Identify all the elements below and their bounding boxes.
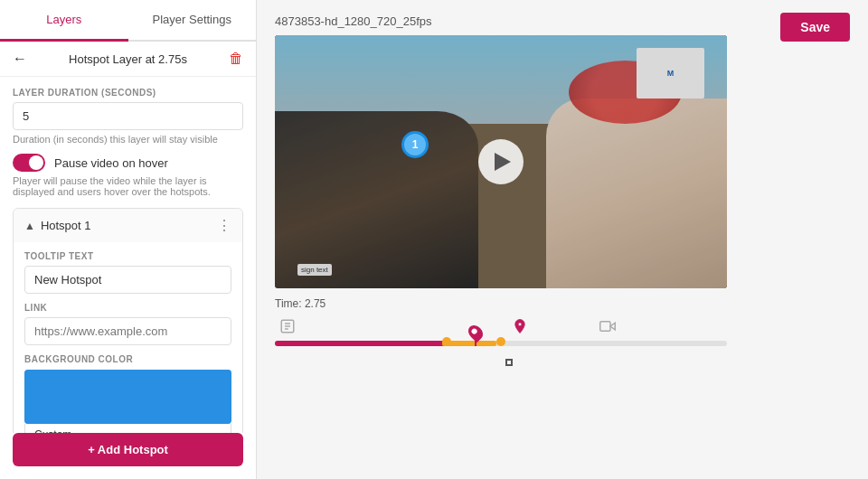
tab-player-settings[interactable]: Player Settings: [128, 0, 257, 42]
right-panel: Save 4873853-hd_1280_720_25fps M sign te…: [257, 0, 868, 479]
hotspot-header-left: ▲ Hotspot 1: [24, 219, 91, 232]
hotspot-body: TOOLTIP TEXT LINK BACKGROUND COLOR Custo…: [14, 242, 242, 433]
panel-content: LAYER DURATION (SECONDS) Duration (in se…: [0, 77, 256, 433]
hotspot-header[interactable]: ▲ Hotspot 1 ⋮: [14, 209, 242, 242]
timeline-icons-row: [275, 315, 727, 337]
cursor-indicator: [505, 359, 513, 366]
pause-video-label: Pause video on hover: [54, 156, 168, 170]
link-label: LINK: [24, 303, 231, 313]
pause-video-hint: Player will pause the video while the la…: [13, 175, 243, 197]
link-input[interactable]: [24, 317, 231, 345]
color-swatch[interactable]: [24, 370, 231, 424]
tabs-bar: Layers Player Settings: [0, 0, 256, 42]
duration-hint: Duration (in seconds) this layer will st…: [13, 134, 243, 145]
layer-title: Hotspot Layer at 2.75s: [69, 52, 187, 66]
color-overlay: [24, 370, 231, 424]
back-arrow-icon[interactable]: ←: [13, 51, 27, 67]
svg-rect-2: [600, 322, 610, 332]
save-button[interactable]: Save: [780, 13, 850, 42]
cursor-area: [275, 357, 727, 375]
hotspot-marker[interactable]: 1: [401, 131, 429, 158]
hotspot-circle: 1: [401, 131, 429, 158]
pin-layer-icon[interactable]: [507, 315, 533, 337]
tooltip-input[interactable]: [24, 266, 231, 294]
timeline-track-container: [275, 341, 727, 355]
pause-video-toggle[interactable]: [13, 154, 45, 172]
chevron-up-icon: ▲: [24, 220, 35, 232]
timeline-area: Time: 2.75: [275, 297, 727, 375]
marker-end[interactable]: [496, 337, 505, 346]
bg-color-label: BACKGROUND COLOR: [24, 354, 231, 364]
delete-icon[interactable]: 🗑: [229, 51, 243, 67]
more-options-icon[interactable]: ⋮: [217, 217, 231, 234]
color-info: Custom #0C80DFA6: [24, 424, 231, 433]
current-time-pin[interactable]: [469, 324, 482, 346]
duration-input[interactable]: [13, 102, 243, 130]
toggle-row: Pause video on hover: [13, 154, 243, 172]
video-title: 4873853-hd_1280_720_25fps: [275, 14, 850, 28]
back-row: ← Hotspot Layer at 2.75s 🗑: [0, 42, 256, 77]
svg-point-1: [518, 323, 522, 326]
marker-start[interactable]: [442, 337, 451, 346]
time-label: Time: 2.75: [275, 297, 727, 310]
text-layer-icon[interactable]: [275, 315, 300, 337]
play-icon: [495, 153, 511, 171]
camera-icon[interactable]: [595, 315, 620, 337]
hotspot-label: Hotspot 1: [41, 219, 91, 232]
video-container: M sign text 1: [275, 35, 727, 288]
video-bg: M sign text 1: [275, 35, 727, 288]
timeline-fill: [275, 341, 469, 346]
tooltip-label: TOOLTIP TEXT: [24, 251, 231, 261]
left-panel: Layers Player Settings ← Hotspot Layer a…: [0, 0, 257, 479]
tab-layers[interactable]: Layers: [0, 0, 128, 42]
hotspot-section: ▲ Hotspot 1 ⋮ TOOLTIP TEXT LINK BACKGROU…: [13, 208, 243, 433]
add-hotspot-button[interactable]: + Add Hotspot: [13, 433, 243, 466]
play-button[interactable]: [478, 139, 524, 184]
duration-label: LAYER DURATION (SECONDS): [13, 88, 243, 98]
